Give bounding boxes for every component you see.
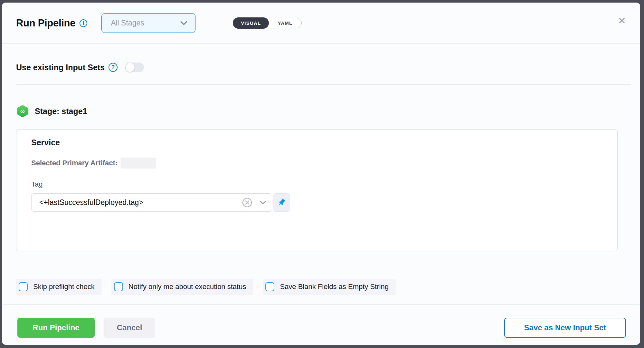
section-divider [16, 84, 631, 85]
chevron-down-icon[interactable] [260, 201, 266, 204]
close-icon[interactable]: ✕ [617, 15, 627, 27]
checkbox-icon[interactable] [19, 282, 28, 291]
checkbox-icon[interactable] [114, 282, 123, 291]
option-notify-only-me[interactable]: Notify only me about execution status [111, 279, 253, 295]
use-existing-input-sets-row: Use existing Input Sets ? [16, 59, 640, 76]
selected-artifact-value-redacted [121, 158, 156, 169]
input-sets-toggle[interactable] [125, 63, 144, 72]
clear-icon[interactable] [242, 198, 252, 208]
option-save-blank-fields[interactable]: Save Blank Fields as Empty String [263, 279, 395, 295]
option-skip-preflight[interactable]: Skip preflight check [16, 279, 102, 295]
service-heading: Service [31, 138, 617, 147]
pin-icon [275, 196, 288, 208]
option-label: Notify only me about execution status [128, 283, 246, 291]
svg-text:∞: ∞ [20, 108, 25, 115]
option-label: Skip preflight check [33, 283, 95, 291]
modal-body: Use existing Input Sets ? ∞ [2, 44, 640, 345]
stage-select[interactable]: All Stages [101, 13, 195, 33]
modal-footer: Run Pipeline Cancel Save as New Input Se… [16, 318, 640, 338]
run-pipeline-modal: Run Pipeline i All Stages VISUAL YAML ✕ … [2, 3, 640, 345]
option-label: Save Blank Fields as Empty String [280, 283, 388, 291]
stage-row: ∞ Stage: stage1 [16, 105, 640, 118]
chevron-down-icon [180, 21, 187, 25]
selected-artifact-label: Selected Primary Artifact: [31, 159, 118, 167]
info-icon[interactable]: i [80, 19, 87, 27]
selected-artifact-row: Selected Primary Artifact: [31, 158, 617, 169]
tab-yaml[interactable]: YAML [269, 20, 301, 26]
save-as-new-input-set-button[interactable]: Save as New Input Set [504, 318, 626, 338]
stage-label: Stage: stage1 [35, 107, 87, 116]
run-pipeline-button[interactable]: Run Pipeline [17, 318, 95, 338]
footer-divider [2, 304, 640, 305]
tag-input[interactable] [39, 198, 242, 207]
toggle-knob [125, 63, 135, 72]
page-title: Run Pipeline [16, 17, 75, 29]
tag-label: Tag [31, 180, 617, 188]
cd-stage-icon: ∞ [16, 105, 29, 118]
view-mode-toggle: VISUAL YAML [233, 18, 302, 28]
use-existing-input-sets-label: Use existing Input Sets [16, 63, 105, 72]
service-card: Service Selected Primary Artifact: Tag [16, 129, 618, 251]
run-options-row: Skip preflight check Notify only me abou… [16, 279, 640, 295]
tag-input-row [31, 193, 617, 212]
help-icon[interactable]: ? [109, 63, 118, 72]
stage-select-value: All Stages [111, 19, 144, 27]
pin-button[interactable] [273, 193, 290, 212]
cancel-button[interactable]: Cancel [104, 318, 155, 338]
modal-header: Run Pipeline i All Stages VISUAL YAML ✕ [2, 3, 640, 44]
tab-visual[interactable]: VISUAL [233, 17, 269, 29]
tag-input-wrap [31, 193, 272, 212]
checkbox-icon[interactable] [265, 282, 274, 291]
